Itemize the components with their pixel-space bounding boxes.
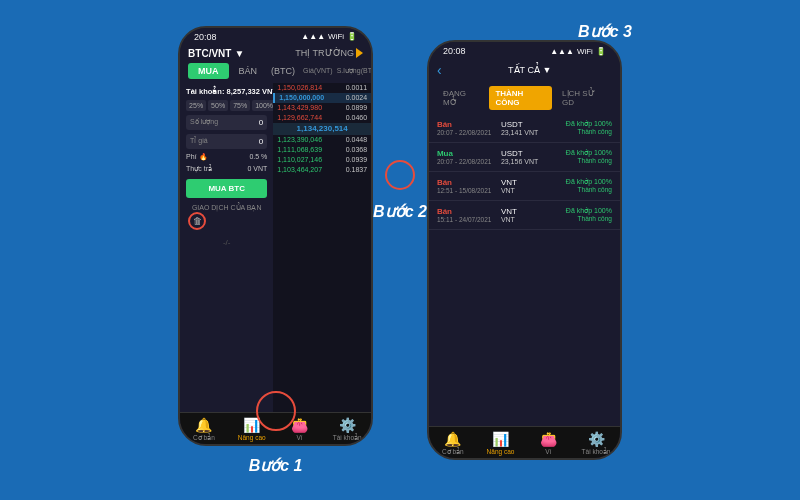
so-luong-input[interactable]: Số lượng 0 [186, 115, 267, 130]
right-bottom-nav: 🔔 Cơ bản 📊 Nâng cao 👛 Ví ⚙️ Tài khoản [429, 426, 620, 458]
right-phone: 20:08 ▲▲▲ WiFi 🔋 ‹ TẤT CẢ ▼ ĐANG MỞ THÀN… [427, 40, 622, 460]
left-time: 20:08 [194, 32, 217, 42]
col-price: Giá(VNT) [303, 67, 333, 75]
order-row-7: 1,103,464,207 0.1837 [273, 165, 371, 175]
tai-khoan-label: Tài khoản [333, 434, 362, 442]
order-row-4: 1,123,390,046 0.0448 [273, 135, 371, 145]
pair-selector[interactable]: BTC/VNT ▼ [188, 48, 244, 59]
giao-dich-row: GIAO DỊCH CỦA BẠN 🗑 [186, 202, 267, 230]
trash-icon-circle[interactable]: 🗑 [188, 212, 206, 230]
step2-label: Bước 2 [373, 202, 427, 221]
step1-label: Bước 1 [249, 457, 303, 474]
market-arrow-icon [356, 48, 363, 58]
market-button[interactable]: THỊ TRƯỜNG [295, 48, 363, 58]
order-row-6: 1,110,027,146 0.0939 [273, 155, 371, 165]
left-header: BTC/VNT ▼ THỊ TRƯỜNG [180, 44, 371, 63]
tx-row-2: Bán 12:51 - 15/08/2021 VNT VNT Đã khớp 1… [429, 172, 620, 201]
right-vi-icon: 👛 [540, 431, 557, 447]
right-co-ban-label: Cơ bản [442, 448, 464, 456]
co-ban-icon: 🔔 [195, 417, 212, 433]
dash-text: -/- [186, 238, 267, 247]
ti-gia-value: 0 [259, 137, 263, 146]
right-nav-vi[interactable]: 👛 Ví [524, 431, 572, 456]
order-row-center: 1,134,230,514 [273, 123, 371, 135]
right-time: 20:08 [443, 46, 466, 56]
pct-25[interactable]: 25% [186, 100, 206, 111]
pct-75[interactable]: 75% [230, 100, 250, 111]
order-row-5: 1,111,068,639 0.0368 [273, 145, 371, 155]
pair-arrow: ▼ [234, 48, 244, 59]
so-luong-value: 0 [259, 118, 263, 127]
tai-khoan-icon: ⚙️ [339, 417, 356, 433]
nav-co-ban[interactable]: 🔔 Cơ bản [180, 417, 228, 442]
right-nang-cao-label: Nâng cao [487, 448, 515, 455]
order-row-0: 1,150,026,814 0.0011 [273, 83, 371, 93]
right-tabs: ĐANG MỞ THÀNH CÔNG LỊCH SỬ GD [429, 82, 620, 114]
balance-row: Tài khoản: 8,257,332 VNT [186, 87, 267, 96]
nav-tai-khoan[interactable]: ⚙️ Tài khoản [323, 417, 371, 442]
left-panel: Tài khoản: 8,257,332 VNT 25% 50% 75% 100… [180, 83, 273, 412]
vi-label: Ví [296, 434, 302, 441]
step3-label: Bước 3 [578, 23, 632, 40]
right-status-icons: ▲▲▲ WiFi 🔋 [550, 47, 606, 56]
order-row-2: 1,143,429,980 0.0899 [273, 103, 371, 113]
phi-label: Phí 🔥 [186, 153, 207, 161]
right-co-ban-icon: 🔔 [444, 431, 461, 447]
right-nang-cao-icon: 📊 [492, 431, 509, 447]
back-button[interactable]: ‹ [437, 62, 442, 78]
thuc-tra-row: Thực trả 0 VNT [186, 165, 267, 173]
balance-label: Tài khoản: [186, 87, 224, 96]
phone-body: Tài khoản: 8,257,332 VNT 25% 50% 75% 100… [180, 83, 371, 412]
pair-label: BTC/VNT [188, 48, 231, 59]
percent-row: 25% 50% 75% 100% [186, 100, 267, 111]
pct-100[interactable]: 100% [252, 100, 273, 111]
right-tai-khoan-label: Tài khoản [582, 448, 611, 456]
tab-dang-mo[interactable]: ĐANG MỞ [437, 86, 485, 110]
tab-btc: (BTC) [271, 66, 295, 76]
col-qty: S.lượng(BTC) [337, 67, 373, 75]
right-title: TẤT CẢ ▼ [448, 65, 612, 75]
tab-thanh-cong[interactable]: THÀNH CÔNG [489, 86, 552, 110]
right-nav-tai-khoan[interactable]: ⚙️ Tài khoản [572, 431, 620, 456]
pct-50[interactable]: 50% [208, 100, 228, 111]
left-status-icons: ▲▲▲ WiFi 🔋 [301, 32, 357, 41]
right-nav-co-ban[interactable]: 🔔 Cơ bản [429, 431, 477, 456]
thuc-tra-value: 0 VNT [247, 165, 267, 173]
col-headers: Giá(VNT) S.lượng(BTC) [303, 67, 373, 75]
balance-value: 8,257,332 VNT [227, 87, 274, 96]
right-vi-label: Ví [545, 448, 551, 455]
order-book-panel: 1,150,026,814 0.0011 1,150,000,000 0.002… [273, 83, 371, 412]
tx-row-1: Mua 20:07 - 22/08/2021 USDT 23,156 VNT Đ… [429, 143, 620, 172]
buy-sell-tabs: MUA BÁN (BTC) Giá(VNT) S.lượng(BTC) [180, 63, 371, 83]
ti-gia-input[interactable]: Tỉ giá 0 [186, 134, 267, 149]
right-nav-nang-cao[interactable]: 📊 Nâng cao [477, 431, 525, 456]
thuc-tra-label: Thực trả [186, 165, 212, 173]
left-phone: 20:08 ▲▲▲ WiFi 🔋 BTC/VNT ▼ THỊ TRƯỜNG MU… [178, 26, 373, 446]
phi-value: 0.5 % [249, 153, 267, 161]
market-label: THỊ TRƯỜNG [295, 48, 354, 58]
right-tai-khoan-icon: ⚙️ [588, 431, 605, 447]
tab-buy[interactable]: MUA [188, 63, 229, 79]
ti-gia-label: Tỉ giá [190, 137, 208, 145]
order-row-1: 1,150,000,000 0.0024 [273, 93, 371, 103]
giao-dich-label: GIAO DỊCH CỦA BẠN [186, 202, 267, 212]
right-header: ‹ TẤT CẢ ▼ [429, 58, 620, 82]
tx-row-3: Bán 15:11 - 24/07/2021 VNT VNT Đã khớp 1… [429, 201, 620, 230]
tx-row-0: Bán 20:07 - 22/08/2021 USDT 23,141 VNT Đ… [429, 114, 620, 143]
nang-cao-label: Nâng cao [238, 434, 266, 441]
transaction-list: Bán 20:07 - 22/08/2021 USDT 23,141 VNT Đ… [429, 114, 620, 426]
so-luong-label: Số lượng [190, 118, 218, 126]
tab-sell[interactable]: BÁN [233, 63, 264, 79]
tab-lich-su[interactable]: LỊCH SỬ GD [556, 86, 612, 110]
phi-row: Phí 🔥 0.5 % [186, 153, 267, 161]
co-ban-label: Cơ bản [193, 434, 215, 442]
left-status-bar: 20:08 ▲▲▲ WiFi 🔋 [180, 28, 371, 44]
right-status-bar: 20:08 ▲▲▲ WiFi 🔋 [429, 42, 620, 58]
buy-btc-button[interactable]: MUA BTC [186, 179, 267, 198]
order-row-3: 1,129,662,744 0.0460 [273, 113, 371, 123]
